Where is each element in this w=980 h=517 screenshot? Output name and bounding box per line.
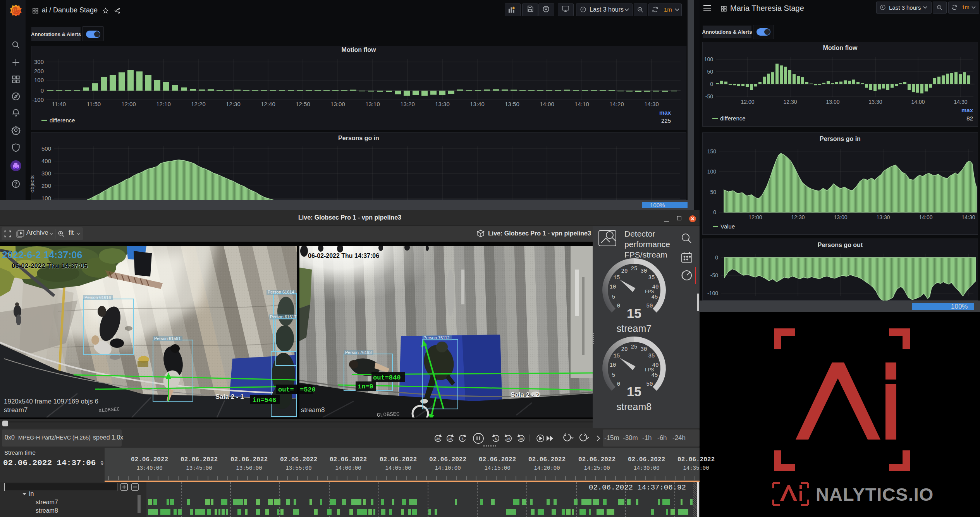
svg-text:0: 0 <box>715 254 718 261</box>
svg-text:5: 5 <box>461 437 463 441</box>
svg-text:0: 0 <box>617 381 620 387</box>
svg-text:2022-6-2 14:37:06: 2022-6-2 14:37:06 <box>2 249 82 260</box>
svg-text:-100: -100 <box>707 290 718 296</box>
svg-text:FPS: FPS <box>645 289 654 295</box>
svg-text:15: 15 <box>627 306 641 321</box>
svg-text:FPS: FPS <box>645 367 654 373</box>
svg-text:35: 35 <box>648 275 655 281</box>
svg-text:GLOBSEC: GLOBSEC <box>377 411 400 417</box>
svg-text:Person 61591: Person 61591 <box>154 336 181 341</box>
svg-text:10: 10 <box>448 437 452 441</box>
svg-text:10: 10 <box>506 437 511 441</box>
svg-text:objects: objects <box>29 175 35 192</box>
svg-text:Person 61614: Person 61614 <box>268 290 294 294</box>
svg-text:-50: -50 <box>710 272 718 278</box>
svg-text:25: 25 <box>631 266 638 272</box>
svg-text:200: 200 <box>41 182 51 189</box>
svg-text:06-02-2022 Thu 14:37:06: 06-02-2022 Thu 14:37:06 <box>308 252 379 259</box>
svg-text:1920x540 frame 1097169 objs 6: 1920x540 frame 1097169 objs 6 <box>4 398 98 405</box>
svg-text:5: 5 <box>495 437 497 441</box>
svg-text:15: 15 <box>614 275 620 281</box>
svg-text:Person 76193: Person 76193 <box>345 350 372 355</box>
svg-text:50: 50 <box>646 303 653 309</box>
svg-text:Sala 2 - 1: Sala 2 - 1 <box>215 393 244 400</box>
svg-text:20: 20 <box>621 346 628 352</box>
svg-text:15: 15 <box>614 353 620 359</box>
svg-text:out=840: out=840 <box>373 374 401 381</box>
svg-text:400: 400 <box>41 158 51 164</box>
svg-text:10: 10 <box>610 362 616 368</box>
svg-text:300: 300 <box>41 170 51 177</box>
svg-text:stream8: stream8 <box>617 401 652 412</box>
svg-text:30: 30 <box>436 437 440 441</box>
svg-text:50: 50 <box>646 381 653 387</box>
svg-text:35: 35 <box>648 353 655 359</box>
svg-text:=520: =520 <box>300 386 316 393</box>
svg-text:in=9: in=9 <box>358 383 373 390</box>
svg-text:15: 15 <box>627 384 641 399</box>
svg-text:in=546: in=546 <box>253 397 276 404</box>
svg-text:20: 20 <box>621 268 628 274</box>
svg-text:stream7: stream7 <box>617 323 652 334</box>
svg-text:30: 30 <box>641 268 647 274</box>
svg-text:25: 25 <box>631 344 638 350</box>
svg-text:10: 10 <box>610 284 616 290</box>
svg-text:30: 30 <box>519 437 523 441</box>
svg-text:45: 45 <box>652 294 658 300</box>
svg-text:5: 5 <box>612 372 615 378</box>
svg-text:Person 61616: Person 61616 <box>84 295 111 300</box>
svg-text:stream8: stream8 <box>301 406 325 414</box>
svg-text:out=: out= <box>278 386 294 393</box>
svg-text:45: 45 <box>652 372 658 378</box>
svg-text:NALYTICS.IO: NALYTICS.IO <box>816 484 934 505</box>
svg-text:30: 30 <box>641 346 647 352</box>
svg-text:Sala 2 - 2: Sala 2 - 2 <box>511 391 539 398</box>
svg-text:0: 0 <box>617 303 620 309</box>
svg-text:Person 76112: Person 76112 <box>423 335 450 340</box>
svg-text:06-02-2022 Thu 14:37:05: 06-02-2022 Thu 14:37:05 <box>12 262 88 270</box>
svg-text:Person 61617: Person 61617 <box>270 314 297 319</box>
svg-text:500: 500 <box>41 145 51 152</box>
svg-text:5: 5 <box>612 294 615 300</box>
svg-text:stream7: stream7 <box>4 406 28 414</box>
